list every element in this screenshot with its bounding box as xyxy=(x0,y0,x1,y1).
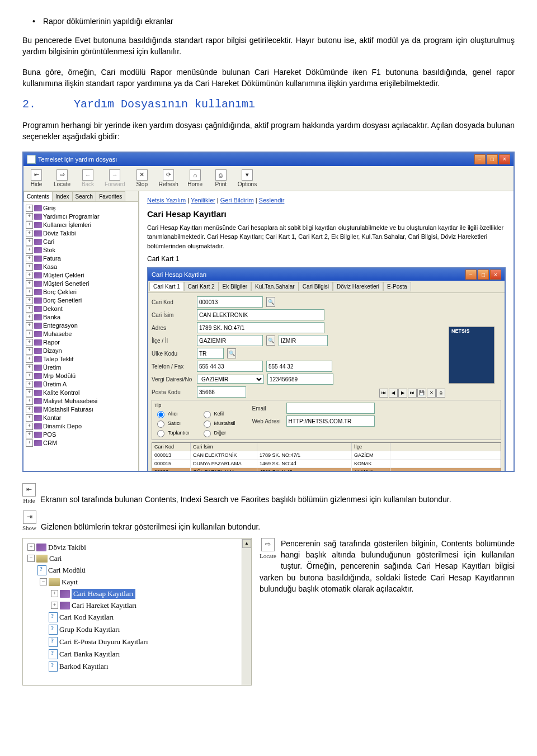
tree-item[interactable]: +Rapor xyxy=(26,338,136,347)
tree-item[interactable]: Grup Kodu Kayıtları xyxy=(59,625,120,634)
expand-icon[interactable]: + xyxy=(26,372,33,380)
expand-icon[interactable]: + xyxy=(26,389,33,396)
expand-icon[interactable]: + xyxy=(27,544,35,551)
tree-item[interactable]: +Yardımcı Programlar xyxy=(26,212,136,221)
radio-option[interactable]: Diğer xyxy=(201,428,235,437)
expand-icon[interactable]: + xyxy=(26,406,33,413)
tree-item[interactable]: Cari Hareket Kayıtları xyxy=(72,601,136,610)
tree-item[interactable]: +Entegrasyon xyxy=(26,322,136,330)
tree-item[interactable]: Cari Banka Kayıtları xyxy=(59,650,120,659)
expand-icon[interactable]: + xyxy=(26,423,33,430)
tree-item[interactable]: +CRM xyxy=(26,439,136,447)
bc-link[interactable]: Netsis Yazılım xyxy=(147,197,186,204)
input-carikod[interactable] xyxy=(197,296,263,308)
btn-last[interactable]: ⏭ xyxy=(408,389,417,398)
expand-icon[interactable]: + xyxy=(26,440,33,447)
expand-icon[interactable]: + xyxy=(26,314,33,321)
back-button[interactable]: ←Back xyxy=(76,168,100,188)
input-adres[interactable] xyxy=(197,322,324,333)
tree-item[interactable]: +Dekont xyxy=(26,305,136,313)
tree-item[interactable]: Barkod Kayıtları xyxy=(59,662,109,671)
expand-icon[interactable]: + xyxy=(26,263,33,271)
itab-doviz[interactable]: Döviz Hareketleri xyxy=(333,282,383,291)
tree-item[interactable]: +Borç Senetleri xyxy=(26,296,136,305)
tree-item[interactable]: +Cari xyxy=(26,238,136,246)
tab-search[interactable]: Search xyxy=(72,191,97,201)
input-vergino[interactable] xyxy=(267,374,333,385)
radio-option[interactable]: Müstahsil xyxy=(201,419,235,428)
locate-button[interactable]: ⇨Locate xyxy=(50,168,74,188)
radio-option[interactable]: Kefil xyxy=(201,409,235,418)
itab-eposta[interactable]: E-Posta xyxy=(383,282,411,291)
minimize-button[interactable]: − xyxy=(474,154,486,164)
tree-item[interactable]: +Stok xyxy=(26,246,136,254)
lookup-icon[interactable]: 🔍 xyxy=(266,336,275,346)
btn-prev[interactable]: ◀ xyxy=(389,389,398,398)
lookup-icon[interactable]: 🔍 xyxy=(266,297,275,307)
tree-item[interactable]: +Müşteri Çekleri xyxy=(26,271,136,280)
itab-carikart1[interactable]: Cari Kart 1 xyxy=(149,282,184,291)
input-web[interactable] xyxy=(286,415,375,427)
hide-button[interactable]: ⇤Hide xyxy=(25,168,48,188)
btn-first[interactable]: ⏮ xyxy=(379,389,388,398)
tree-item[interactable]: +Üretim xyxy=(26,363,136,372)
expand-icon[interactable]: + xyxy=(26,322,33,329)
expand-icon[interactable]: + xyxy=(51,590,58,597)
input-posta[interactable] xyxy=(197,386,246,398)
expand-icon[interactable]: + xyxy=(26,247,33,254)
expand-icon[interactable]: + xyxy=(26,221,33,229)
tree-item[interactable]: Cari Modülü xyxy=(48,566,86,575)
tree-item[interactable]: +Talep Teklif xyxy=(26,355,136,363)
expand-icon[interactable]: + xyxy=(26,272,33,279)
tree-item[interactable]: +Kantar xyxy=(26,414,136,422)
tree-item[interactable]: +Fatura xyxy=(26,254,136,263)
radio-option[interactable]: Toplantıcı xyxy=(154,428,190,437)
tree-item[interactable]: +Borç Çekleri xyxy=(26,288,136,296)
print-button[interactable]: ⎙Print xyxy=(209,168,233,188)
input-cariisim[interactable] xyxy=(197,309,324,320)
tree-item[interactable]: Cari E-Posta Duyuru Kayıtları xyxy=(59,637,148,646)
contents-tree[interactable]: +Giriş+Yardımcı Programlar+Kullanıcı İşl… xyxy=(23,202,138,471)
bc-link[interactable]: Geri Bildirim xyxy=(220,197,254,204)
tree-item-selected[interactable]: Cari Hesap Kayıtları xyxy=(72,589,135,599)
expand-icon[interactable]: + xyxy=(26,213,33,220)
table-row[interactable]: 000015DUNYA PAZARLAMA1469 SK. NO:4dKONAK xyxy=(152,459,501,467)
inner-close-button[interactable]: × xyxy=(490,270,501,280)
itab-ekbilgiler[interactable]: Ek Bilgiler xyxy=(219,282,251,291)
expand-icon[interactable]: + xyxy=(26,398,33,405)
expand-icon[interactable]: + xyxy=(26,381,33,388)
tree-item[interactable]: Cari Kod Kayıtları xyxy=(59,613,114,622)
expand-icon[interactable]: + xyxy=(26,356,33,363)
tab-contents[interactable]: Contents xyxy=(23,191,53,201)
tab-favorites[interactable]: Favorites xyxy=(96,191,125,201)
collapse-icon[interactable]: − xyxy=(40,578,47,585)
tree-item[interactable]: +Müstahsil Faturası xyxy=(26,405,136,414)
tab-index[interactable]: Index xyxy=(52,191,72,201)
btn-print[interactable]: ⎙ xyxy=(436,389,445,398)
expand-icon[interactable]: + xyxy=(51,602,58,609)
itab-kultan[interactable]: Kul.Tan.Sahalar xyxy=(251,282,299,291)
input-fax[interactable] xyxy=(266,361,332,372)
expand-icon[interactable]: + xyxy=(26,230,33,237)
options-button[interactable]: ▾Options xyxy=(235,168,260,188)
tree-item[interactable]: +Giriş xyxy=(26,204,136,212)
locate-tool[interactable]: ⇨ Locate xyxy=(260,538,276,561)
btn-del[interactable]: ✕ xyxy=(427,389,436,398)
tree-item[interactable]: +Maliyet Muhasebesi xyxy=(26,397,136,405)
tree-item[interactable]: +Dinamik Depo xyxy=(26,422,136,431)
radio-option[interactable]: Satıcı xyxy=(154,419,190,428)
input-email[interactable] xyxy=(286,403,375,414)
tree-item[interactable]: +Muhasebe xyxy=(26,330,136,338)
tree-item[interactable]: +Üretim A xyxy=(26,380,136,389)
expand-icon[interactable]: + xyxy=(26,347,33,355)
tree-item[interactable]: +Kullanıcı İşlemleri xyxy=(26,221,136,229)
maximize-button[interactable]: □ xyxy=(487,154,498,164)
expand-icon[interactable]: + xyxy=(26,205,33,212)
itab-caribilgisi[interactable]: Cari Bilgisi xyxy=(299,282,333,291)
expand-icon[interactable]: + xyxy=(26,297,33,304)
itab-carikart2[interactable]: Cari Kart 2 xyxy=(184,282,219,291)
expand-icon[interactable]: + xyxy=(26,414,33,422)
expand-icon[interactable]: + xyxy=(26,364,33,371)
home-button[interactable]: ⌂Home xyxy=(183,168,207,188)
tree-item[interactable]: +POS xyxy=(26,431,136,439)
